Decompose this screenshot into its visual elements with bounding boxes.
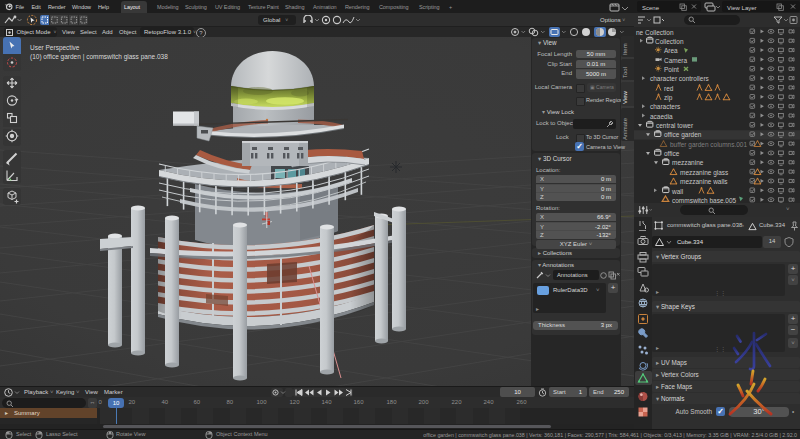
svg-text:character controllers: character controllers — [650, 75, 709, 82]
svg-text:Camera: Camera — [664, 57, 688, 64]
svg-text:mezzanine walls: mezzanine walls — [680, 178, 728, 185]
svg-text:office garden: office garden — [664, 132, 702, 140]
svg-text:Collection: Collection — [655, 38, 684, 45]
svg-text:mezzanine glass: mezzanine glass — [680, 169, 728, 177]
svg-text:office: office — [664, 150, 680, 157]
svg-text:acaedia: acaedia — [650, 113, 673, 120]
svg-text:Point: Point — [664, 66, 679, 73]
svg-text:Area: Area — [664, 47, 678, 54]
svg-text:central tower: central tower — [656, 122, 694, 129]
svg-text:red: red — [664, 85, 674, 92]
svg-text:mezzanine: mezzanine — [672, 160, 704, 167]
svg-text:wall: wall — [671, 188, 683, 195]
svg-text:buffer garden columns.001: buffer garden columns.001 — [670, 141, 748, 149]
svg-text:ne Collection: ne Collection — [636, 29, 674, 36]
svg-text:zip: zip — [664, 94, 673, 102]
svg-text:characters: characters — [650, 103, 680, 110]
